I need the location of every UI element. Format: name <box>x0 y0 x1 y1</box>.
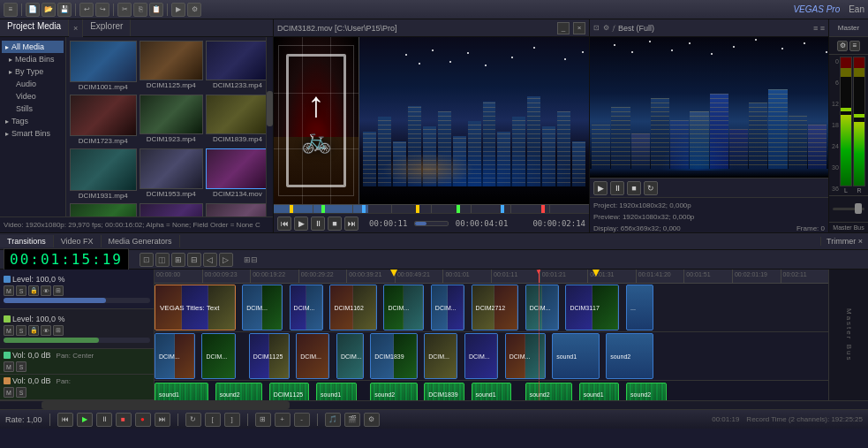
transport-stop[interactable]: ■ <box>116 413 132 427</box>
playhead[interactable] <box>539 270 540 283</box>
transport-mark-in[interactable]: [ <box>205 413 221 427</box>
preview-play-btn[interactable]: ▶ <box>294 216 308 231</box>
media-generators-tab[interactable]: Media Generators <box>102 235 180 247</box>
zoom-in-btn[interactable]: + <box>275 413 291 427</box>
fader-slider[interactable] <box>833 208 864 210</box>
media-item-10[interactable]: DCIM5719.mp4 <box>140 203 203 216</box>
clip-v1-9[interactable]: DCIM3117 <box>565 285 619 330</box>
open-btn[interactable]: 📂 <box>42 3 56 17</box>
media-item-11[interactable] <box>206 203 269 216</box>
audio-clip-9[interactable]: sound1 <box>579 383 620 400</box>
audio-track2-mute[interactable]: M <box>4 387 14 398</box>
preview-goto-start[interactable]: ⏮ <box>277 216 291 231</box>
tree-all-media[interactable]: ▸All Media <box>2 41 64 53</box>
track-volume-slider[interactable] <box>4 298 150 303</box>
timeline-btn-3[interactable]: ⊞ <box>171 253 185 267</box>
video-track-2-area[interactable]: DCIM... DCIM... DCIM1125 DCIM... <box>155 332 828 381</box>
clip-v1-2[interactable]: DCIM... <box>242 285 283 330</box>
audio-clip-8[interactable]: sound2 <box>525 383 572 400</box>
preview-stop-btn[interactable]: ■ <box>328 216 342 231</box>
track-solo-btn[interactable]: S <box>16 285 26 296</box>
media-item-4[interactable]: DCIM1923.mp4 <box>140 95 203 146</box>
project-media-close[interactable]: × <box>69 19 83 37</box>
clip-v1-10[interactable]: ... <box>626 285 653 330</box>
track2-mute-btn[interactable]: M <box>4 325 14 336</box>
monitor-stop[interactable]: ■ <box>627 181 641 195</box>
clip-title-text[interactable]: VEGAS Titles: Text <box>155 285 236 330</box>
menu-btn[interactable]: ≡ <box>4 3 18 17</box>
audio-clip-1[interactable]: sound1 <box>155 383 208 400</box>
clip-v2-10[interactable]: sound1 <box>552 333 599 379</box>
snap-btn[interactable]: ⊞ <box>255 413 271 427</box>
monitor-pause[interactable]: ⏸ <box>610 181 624 195</box>
video-fx-tab[interactable]: Video FX <box>54 235 102 247</box>
timeline-scrollbar[interactable] <box>0 400 868 409</box>
media-item-0[interactable]: DCIM1001.mp4 <box>70 41 137 92</box>
clip-v2-8[interactable]: DCIM... <box>464 333 498 379</box>
preview-close[interactable]: × <box>573 22 585 34</box>
tree-media-bins[interactable]: ▸Media Bins <box>2 53 64 65</box>
clip-v1-5[interactable]: DCIM... <box>383 285 424 330</box>
media-item-6[interactable]: DCIM1931.mp4 <box>70 148 137 200</box>
audio-options-btn[interactable]: ≡ <box>849 41 860 51</box>
bottom-btn-misc2[interactable]: 🎬 <box>344 413 360 427</box>
audio-track-1-area[interactable]: sound1 sound2 DCIM1125 sound1 <box>155 381 828 400</box>
audio-settings-btn[interactable]: ⚙ <box>837 41 848 51</box>
clip-v1-6[interactable]: DCIM... <box>431 285 464 330</box>
track2-expand-btn[interactable]: ⊞ <box>53 325 64 336</box>
timeline-btn-2[interactable]: ◫ <box>155 253 170 267</box>
tree-video[interactable]: Video <box>2 90 64 103</box>
timeline-btn-5[interactable]: ◁ <box>203 253 217 267</box>
clip-v2-3[interactable]: DCIM1125 <box>249 333 290 379</box>
media-item-8[interactable]: DCIM2134.mov <box>206 148 269 200</box>
preview-goto-end[interactable]: ⏭ <box>344 216 359 231</box>
zoom-out-btn[interactable]: - <box>294 413 310 427</box>
clip-v2-2[interactable]: DCIM... <box>201 333 235 379</box>
transport-play[interactable]: ▶ <box>77 413 93 427</box>
media-item-1[interactable]: DCIM1125.mp4 <box>140 41 203 92</box>
clip-v2-11[interactable]: sound2 <box>606 333 653 379</box>
audio-track2-solo[interactable]: S <box>16 387 26 398</box>
audio-clip-10[interactable]: sound2 <box>626 383 667 400</box>
trimmer-tab[interactable]: Trimmer × <box>820 237 868 246</box>
timeline-tracks-area[interactable]: 00:00:00 00:00:09:23 00:00:19:22 00:00:2… <box>155 270 828 400</box>
explorer-tab[interactable]: Explorer <box>83 19 131 36</box>
clip-v2-7[interactable]: DCIM... <box>424 333 457 379</box>
transport-mark-out[interactable]: ] <box>224 413 240 427</box>
audio-track-solo[interactable]: S <box>16 361 26 372</box>
cut-btn[interactable]: ✂ <box>117 3 132 17</box>
preview-minimize[interactable]: _ <box>557 22 570 34</box>
media-item-9[interactable]: DCIM2173.mp4 <box>70 203 137 216</box>
bottom-btn-misc1[interactable]: 🎵 <box>325 413 341 427</box>
media-item-5[interactable]: DCIM1839.mp4 <box>206 95 269 146</box>
clip-v1-3[interactable]: DCIM... <box>290 285 323 330</box>
copy-btn[interactable]: ⎘ <box>133 3 147 17</box>
transport-goto-start[interactable]: ⏮ <box>57 413 73 427</box>
render-btn[interactable]: ▶ <box>171 3 185 17</box>
clip-v1-7[interactable]: DCIM2712 <box>472 285 518 330</box>
preview-progress-bar[interactable] <box>414 221 448 226</box>
tree-stills[interactable]: Stills <box>2 103 64 115</box>
transport-loop[interactable]: ↻ <box>185 413 201 427</box>
audio-clip-6[interactable]: DCIM1839 <box>424 383 464 400</box>
track2-visibility-btn[interactable]: 👁 <box>41 325 51 336</box>
monitor-play[interactable]: ▶ <box>593 181 608 195</box>
transport-record[interactable]: ● <box>135 413 151 427</box>
track2-lock-btn[interactable]: 🔒 <box>28 325 39 336</box>
audio-track-mute[interactable]: M <box>4 361 14 372</box>
track-mute-btn[interactable]: M <box>4 285 14 296</box>
audio-clip-5[interactable]: sound2 <box>370 383 417 400</box>
timeline-btn-6[interactable]: ▷ <box>219 253 233 267</box>
track-expand-btn[interactable]: ⊞ <box>53 285 64 296</box>
audio-clip-4[interactable]: sound1 <box>316 383 357 400</box>
audio-clip-7[interactable]: sound1 <box>472 383 512 400</box>
paste-btn[interactable]: 📋 <box>149 3 163 17</box>
clip-v1-8[interactable]: DCIM... <box>525 285 559 330</box>
settings-btn[interactable]: ⚙ <box>187 3 201 17</box>
transport-pause[interactable]: ⏸ <box>96 413 112 427</box>
transitions-tab[interactable]: Transitions <box>0 235 54 247</box>
save-btn[interactable]: 💾 <box>57 3 72 17</box>
media-scrollbar[interactable] <box>266 37 273 216</box>
track-visibility-btn[interactable]: 👁 <box>41 285 51 296</box>
clip-v2-1[interactable]: DCIM... <box>155 333 195 379</box>
